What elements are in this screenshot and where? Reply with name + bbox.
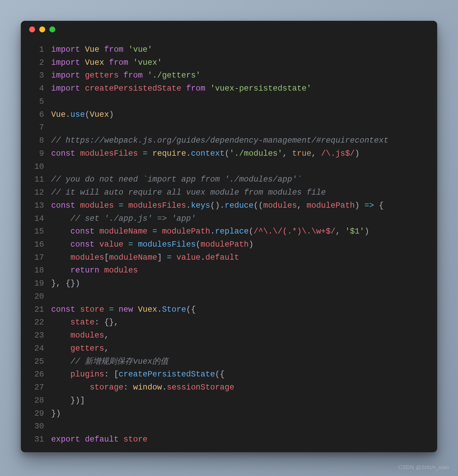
code-line: 18 return modules [26, 264, 430, 277]
line-number: 22 [26, 316, 51, 329]
code-content: return modules [51, 264, 138, 277]
code-content: modules[moduleName] = value.default [51, 251, 239, 264]
code-line: 28 })] [26, 394, 430, 407]
code-line: 17 modules[moduleName] = value.default [26, 251, 430, 264]
code-content [51, 160, 56, 174]
code-line: 1import Vue from 'vue' [26, 43, 430, 56]
code-line: 14 // set './app.js' => 'app' [26, 212, 430, 226]
code-content: // it will auto require all vuex module … [51, 186, 326, 199]
code-content [51, 420, 56, 433]
code-line: 2import Vuex from 'vuex' [26, 56, 430, 70]
code-content [51, 121, 56, 134]
code-window: 1import Vue from 'vue'2import Vuex from … [21, 21, 437, 452]
line-number: 16 [26, 238, 51, 251]
line-number: 10 [26, 160, 51, 174]
line-number: 23 [26, 329, 51, 342]
code-content: const store = new Vuex.Store({ [51, 303, 196, 316]
code-content: import getters from './getters' [51, 69, 200, 82]
code-line: 27 storage: window.sessionStorage [26, 381, 430, 394]
line-number: 12 [26, 186, 51, 199]
code-content: const modulesFiles = require.context('./… [51, 147, 360, 160]
line-number: 1 [26, 43, 51, 56]
code-line: 13const modules = modulesFiles.keys().re… [26, 199, 430, 212]
code-line: 6Vue.use(Vuex) [26, 108, 430, 122]
code-editor: 1import Vue from 'vue'2import Vuex from … [21, 38, 437, 452]
code-line: 16 const value = modulesFiles(modulePath… [26, 238, 430, 251]
line-number: 7 [26, 121, 51, 134]
line-number: 30 [26, 420, 51, 433]
code-content: getters, [51, 342, 109, 355]
line-number: 11 [26, 173, 51, 186]
line-number: 14 [26, 212, 51, 226]
code-line: 11// you do not need `import app from '.… [26, 173, 430, 186]
code-line: 30 [26, 420, 430, 433]
code-line: 24 getters, [26, 342, 430, 355]
line-number: 31 [26, 433, 51, 446]
line-number: 18 [26, 264, 51, 277]
code-line: 20 [26, 290, 430, 303]
minimize-icon[interactable] [39, 26, 45, 32]
code-line: 8// https://webpack.js.org/guides/depend… [26, 134, 430, 147]
line-number: 15 [26, 225, 51, 238]
line-number: 9 [26, 147, 51, 160]
code-content [51, 95, 56, 108]
code-content: export default store [51, 433, 148, 446]
code-content: import Vuex from 'vuex' [51, 56, 162, 70]
line-number: 25 [26, 355, 51, 368]
code-content: // set './app.js' => 'app' [51, 212, 196, 226]
code-content: storage: window.sessionStorage [51, 381, 234, 394]
code-line: 9const modulesFiles = require.context('.… [26, 147, 430, 160]
line-number: 19 [26, 277, 51, 290]
code-line: 4import createPersistedState from 'vuex-… [26, 82, 430, 95]
line-number: 21 [26, 303, 51, 316]
zoom-icon[interactable] [49, 26, 55, 32]
line-number: 13 [26, 199, 51, 212]
code-content: // https://webpack.js.org/guides/depende… [51, 134, 388, 147]
line-number: 6 [26, 108, 51, 122]
line-number: 27 [26, 381, 51, 394]
code-line: 26 plugins: [createPersistedState({ [26, 368, 430, 381]
watermark-text: CSDN @Stitch_xiao [398, 464, 449, 471]
line-number: 8 [26, 134, 51, 147]
code-content: // 新增规则保存vuex的值 [51, 355, 168, 368]
code-line: 25 // 新增规则保存vuex的值 [26, 355, 430, 368]
code-content: const modules = modulesFiles.keys().redu… [51, 199, 384, 212]
code-content: }) [51, 407, 61, 420]
line-number: 4 [26, 82, 51, 95]
code-line: 7 [26, 121, 430, 134]
code-line: 3import getters from './getters' [26, 69, 430, 82]
code-line: 15 const moduleName = modulePath.replace… [26, 225, 430, 238]
line-number: 24 [26, 342, 51, 355]
line-number: 28 [26, 394, 51, 407]
code-content: const value = modulesFiles(modulePath) [51, 238, 254, 251]
code-content: import Vue from 'vue' [51, 43, 152, 56]
code-line: 12// it will auto require all vuex modul… [26, 186, 430, 199]
code-line: 21const store = new Vuex.Store({ [26, 303, 430, 316]
line-number: 5 [26, 95, 51, 108]
code-content [51, 290, 56, 303]
code-line: 31export default store [26, 433, 430, 446]
code-line: 19}, {}) [26, 277, 430, 290]
line-number: 26 [26, 368, 51, 381]
code-line: 22 state: {}, [26, 316, 430, 329]
line-number: 29 [26, 407, 51, 420]
line-number: 3 [26, 69, 51, 82]
code-line: 5 [26, 95, 430, 108]
code-content: Vue.use(Vuex) [51, 108, 114, 122]
code-content: }, {}) [51, 277, 80, 290]
code-content: // you do not need `import app from './m… [51, 173, 302, 186]
line-number: 2 [26, 56, 51, 70]
code-line: 23 modules, [26, 329, 430, 342]
code-content: state: {}, [51, 316, 119, 329]
line-number: 20 [26, 290, 51, 303]
window-titlebar [21, 21, 437, 38]
code-content: })] [51, 394, 85, 407]
code-line: 29}) [26, 407, 430, 420]
code-content: const moduleName = modulePath.replace(/^… [51, 225, 369, 238]
code-content: modules, [51, 329, 109, 342]
close-icon[interactable] [29, 26, 35, 32]
line-number: 17 [26, 251, 51, 264]
code-content: plugins: [createPersistedState({ [51, 368, 225, 381]
code-line: 10 [26, 160, 430, 174]
code-content: import createPersistedState from 'vuex-p… [51, 82, 311, 95]
